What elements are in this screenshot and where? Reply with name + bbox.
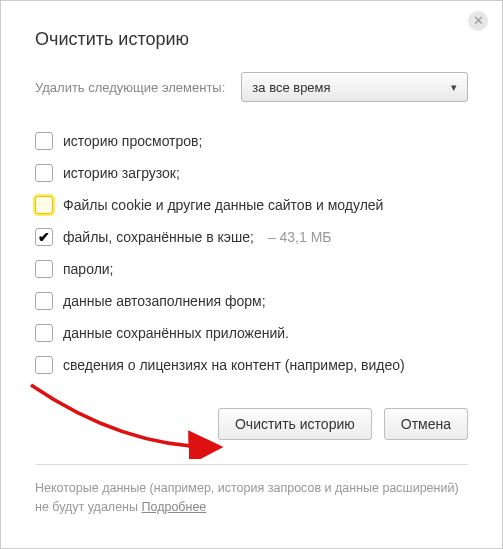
- option-row: ✔данные сохранённых приложений.: [35, 324, 468, 342]
- option-row: ✔пароли;: [35, 260, 468, 278]
- option-row: ✔сведения о лицензиях на контент (наприм…: [35, 356, 468, 374]
- clear-history-button[interactable]: Очистить историю: [218, 408, 372, 440]
- period-selected: за все время: [252, 80, 330, 95]
- footer-note: Некоторые данные (например, история запр…: [35, 464, 468, 517]
- period-label: Удалить следующие элементы:: [35, 80, 225, 95]
- period-row: Удалить следующие элементы: за все время…: [35, 72, 468, 102]
- checkbox[interactable]: ✔: [35, 260, 53, 278]
- option-label[interactable]: файлы, сохранённые в кэше;: [63, 229, 254, 245]
- option-row: ✔файлы, сохранённые в кэше;– 43,1 МБ: [35, 228, 468, 246]
- clear-history-dialog: ✕ Очистить историю Удалить следующие эле…: [1, 1, 502, 548]
- checkbox[interactable]: ✔: [35, 324, 53, 342]
- option-label[interactable]: сведения о лицензиях на контент (наприме…: [63, 357, 405, 373]
- options-list: ✔историю просмотров;✔историю загрузок;✔Ф…: [35, 132, 468, 374]
- checkbox[interactable]: ✔: [35, 164, 53, 182]
- option-label[interactable]: Файлы cookie и другие данные сайтов и мо…: [63, 197, 383, 213]
- option-row: ✔Файлы cookie и другие данные сайтов и м…: [35, 196, 468, 214]
- option-row: ✔историю просмотров;: [35, 132, 468, 150]
- option-row: ✔историю загрузок;: [35, 164, 468, 182]
- dialog-title: Очистить историю: [35, 29, 468, 50]
- option-label[interactable]: пароли;: [63, 261, 114, 277]
- checkbox[interactable]: ✔: [35, 196, 53, 214]
- checkbox[interactable]: ✔: [35, 292, 53, 310]
- option-label[interactable]: историю загрузок;: [63, 165, 180, 181]
- option-label[interactable]: данные сохранённых приложений.: [63, 325, 289, 341]
- close-icon[interactable]: ✕: [468, 11, 488, 31]
- option-row: ✔данные автозаполнения форм;: [35, 292, 468, 310]
- option-label[interactable]: историю просмотров;: [63, 133, 202, 149]
- footer-text: Некоторые данные (например, история запр…: [35, 481, 459, 514]
- cancel-button[interactable]: Отмена: [384, 408, 468, 440]
- dialog-actions: Очистить историю Отмена: [35, 408, 468, 440]
- checkbox[interactable]: ✔: [35, 356, 53, 374]
- checkmark-icon: ✔: [38, 230, 50, 244]
- checkbox[interactable]: ✔: [35, 228, 53, 246]
- footer-more-link[interactable]: Подробнее: [141, 500, 206, 514]
- chevron-down-icon: ▾: [451, 81, 457, 94]
- option-extra: – 43,1 МБ: [268, 229, 332, 245]
- option-label[interactable]: данные автозаполнения форм;: [63, 293, 266, 309]
- period-dropdown[interactable]: за все время ▾: [241, 72, 468, 102]
- checkbox[interactable]: ✔: [35, 132, 53, 150]
